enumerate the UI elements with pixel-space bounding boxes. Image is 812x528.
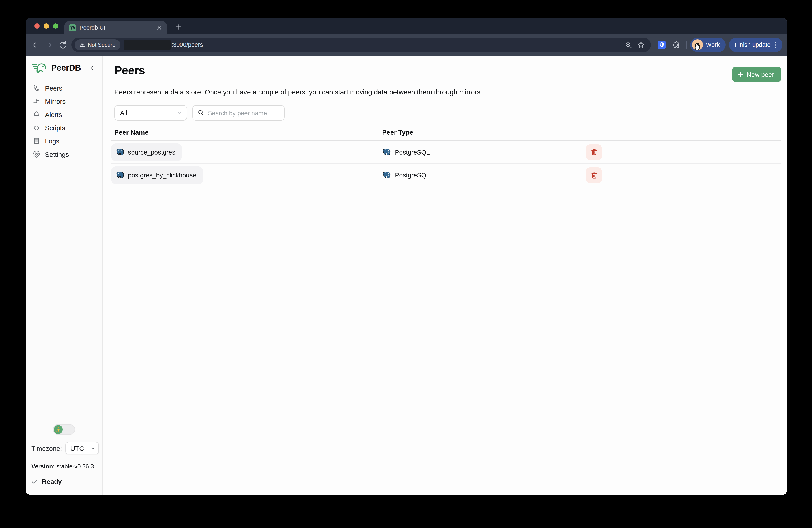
table-row: source_postgres PostgreSQL bbox=[111, 141, 781, 164]
code-icon bbox=[33, 124, 40, 131]
not-secure-chip[interactable]: Not Secure bbox=[75, 39, 120, 50]
table-header: Peer Name Peer Type bbox=[111, 128, 781, 141]
close-window-button[interactable] bbox=[34, 24, 40, 29]
tab-close-icon[interactable] bbox=[155, 24, 163, 31]
trash-icon bbox=[590, 172, 598, 179]
version-row: Version: stable-v0.36.3 bbox=[31, 463, 99, 470]
screen: Peerdb UI bbox=[0, 0, 812, 528]
filter-row: All bbox=[114, 105, 781, 120]
browser-toolbar: Not Secure :3000/peers bbox=[26, 34, 787, 56]
peers-table: Peer Name Peer Type bbox=[111, 128, 781, 187]
peer-type-filter-select[interactable]: All bbox=[114, 105, 187, 120]
reload-button[interactable] bbox=[56, 38, 69, 52]
tab-title: Peerdb UI bbox=[79, 24, 105, 31]
zoom-indicator-icon[interactable] bbox=[625, 41, 632, 48]
window-controls bbox=[34, 24, 58, 29]
new-tab-button[interactable] bbox=[173, 21, 185, 33]
version-label: Version: bbox=[31, 463, 55, 470]
postgres-icon bbox=[382, 148, 391, 157]
select-divider bbox=[172, 108, 172, 117]
light-mode-knob bbox=[54, 425, 63, 434]
address-bar[interactable]: Not Secure :3000/peers bbox=[72, 38, 651, 52]
timezone-label: Timezone: bbox=[31, 444, 62, 452]
status-row: Ready bbox=[31, 478, 99, 485]
app-content: PeerDB Peers bbox=[26, 56, 787, 495]
table-row: postgres_by_clickhouse PostgreSQL bbox=[111, 164, 781, 187]
search-input[interactable] bbox=[208, 109, 284, 116]
sidebar-item-settings[interactable]: Settings bbox=[26, 147, 102, 161]
minimize-window-button[interactable] bbox=[44, 24, 49, 29]
more-menu-icon[interactable] bbox=[773, 41, 779, 48]
bell-icon bbox=[33, 111, 40, 118]
sidebar-item-alerts[interactable]: Alerts bbox=[26, 108, 102, 121]
back-button[interactable] bbox=[29, 38, 42, 52]
sidebar-item-mirrors[interactable]: Mirrors bbox=[26, 95, 102, 108]
column-peer-name: Peer Name bbox=[111, 128, 379, 136]
peer-name-link[interactable]: postgres_by_clickhouse bbox=[111, 167, 203, 184]
toolbar-separator bbox=[686, 40, 686, 49]
arrows-swap-icon bbox=[33, 97, 40, 105]
plug-icon bbox=[33, 84, 40, 91]
penguin-icon bbox=[693, 42, 701, 50]
timezone-select[interactable]: UTC bbox=[66, 442, 99, 454]
not-secure-label: Not Secure bbox=[88, 42, 115, 48]
redacted-host bbox=[124, 40, 171, 50]
page-description: Peers represent a data store. Once you h… bbox=[114, 88, 781, 96]
browser-window: Peerdb UI bbox=[26, 18, 787, 495]
timezone-row: Timezone: UTC bbox=[31, 442, 99, 454]
main-panel: Peers New peer Peers represent a data st… bbox=[103, 56, 787, 495]
theme-toggle[interactable] bbox=[53, 424, 75, 435]
delete-peer-button[interactable] bbox=[586, 144, 602, 160]
brand-name: PeerDB bbox=[51, 63, 81, 73]
peer-search bbox=[192, 105, 285, 120]
postgres-icon bbox=[382, 171, 391, 180]
maximize-window-button[interactable] bbox=[53, 24, 58, 29]
peerdb-logo-icon bbox=[32, 62, 48, 74]
chevron-down-icon bbox=[176, 110, 182, 116]
page-title: Peers bbox=[114, 63, 145, 77]
peer-type-cell: PostgreSQL bbox=[379, 171, 576, 180]
sun-icon bbox=[55, 427, 61, 432]
profile-button[interactable]: Work bbox=[690, 38, 725, 52]
forward-button[interactable] bbox=[42, 38, 56, 52]
status-label: Ready bbox=[42, 478, 62, 485]
sidebar-item-peers[interactable]: Peers bbox=[26, 81, 102, 95]
postgres-icon bbox=[116, 148, 125, 157]
brand: PeerDB bbox=[32, 62, 99, 74]
version-value: stable-v0.36.3 bbox=[57, 463, 94, 470]
extensions-puzzle-icon[interactable] bbox=[671, 41, 680, 49]
profile-avatar bbox=[692, 39, 703, 50]
profile-label: Work bbox=[706, 42, 720, 48]
new-peer-button[interactable]: New peer bbox=[732, 67, 781, 82]
column-peer-type: Peer Type bbox=[379, 128, 576, 136]
sidebar: PeerDB Peers bbox=[26, 56, 103, 495]
peer-name-link[interactable]: source_postgres bbox=[111, 143, 182, 161]
sidebar-item-scripts[interactable]: Scripts bbox=[26, 121, 102, 134]
sidebar-collapse-button[interactable] bbox=[88, 64, 96, 72]
privacy-shield-extension-icon[interactable] bbox=[657, 40, 666, 49]
gear-icon bbox=[33, 150, 40, 158]
search-icon bbox=[198, 110, 204, 116]
plus-icon bbox=[737, 72, 743, 77]
sidebar-nav: Peers Mirrors bbox=[26, 81, 102, 161]
delete-peer-button[interactable] bbox=[586, 167, 602, 183]
tab-strip: Peerdb UI bbox=[26, 18, 787, 34]
peerdb-favicon-icon bbox=[69, 24, 76, 31]
bookmark-star-icon[interactable] bbox=[637, 41, 644, 48]
trash-icon bbox=[590, 148, 598, 156]
sidebar-item-logs[interactable]: Logs bbox=[26, 134, 102, 147]
postgres-icon bbox=[116, 171, 125, 180]
finish-update-button[interactable]: Finish update bbox=[729, 38, 782, 52]
browser-tab[interactable]: Peerdb UI bbox=[64, 21, 167, 34]
peer-type-cell: PostgreSQL bbox=[379, 148, 576, 157]
warning-icon bbox=[79, 42, 85, 48]
document-icon bbox=[33, 137, 40, 145]
check-icon bbox=[31, 478, 38, 485]
url-text: :3000/peers bbox=[172, 42, 203, 48]
chevron-down-icon bbox=[90, 446, 95, 451]
filter-value: All bbox=[120, 109, 127, 116]
chevron-left-icon bbox=[90, 65, 95, 71]
